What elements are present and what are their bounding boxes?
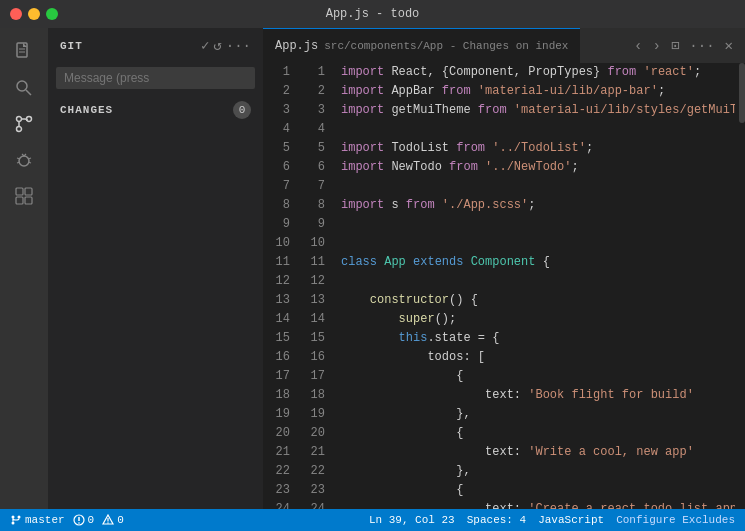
code-line: import getMuiTheme from 'material-ui/lib… xyxy=(341,101,735,120)
code-line: text: 'Write a cool, new app' xyxy=(341,443,735,462)
code-line: todos: [ xyxy=(341,348,735,367)
code-line: import TodoList from '../TodoList'; xyxy=(341,139,735,158)
commit-icon[interactable]: ✓ xyxy=(201,37,209,54)
code-line: { xyxy=(341,367,735,386)
search-icon[interactable] xyxy=(8,72,40,104)
code-line: class App extends Component { xyxy=(341,253,735,272)
svg-rect-17 xyxy=(25,197,32,204)
title-bar: App.js - todo xyxy=(0,0,745,28)
errors-status[interactable]: 0 xyxy=(73,514,95,526)
nav-back-icon[interactable]: ‹ xyxy=(630,36,646,56)
code-line xyxy=(341,120,735,139)
scrollbar-track[interactable] xyxy=(735,63,745,509)
line-gutter-left: 1234567891011121314151617181920212223242… xyxy=(263,63,298,509)
code-line: constructor() { xyxy=(341,291,735,310)
more-icon[interactable]: ··· xyxy=(226,38,251,54)
spaces-indicator[interactable]: Spaces: 4 xyxy=(467,514,526,526)
close-editor-icon[interactable]: ✕ xyxy=(721,35,737,56)
files-icon[interactable] xyxy=(8,36,40,68)
svg-line-4 xyxy=(26,90,31,95)
editor-tab[interactable]: App.js src/components/App - Changes on i… xyxy=(263,28,580,63)
sidebar-git-title: GIT xyxy=(60,40,83,52)
svg-point-5 xyxy=(17,117,22,122)
code-line: text: 'Book flight for build' xyxy=(341,386,735,405)
sidebar-header: GIT ✓ ↺ ··· xyxy=(48,28,263,63)
code-line xyxy=(341,234,735,253)
tab-path: src/components/App - Changes on index xyxy=(324,40,568,52)
code-editor[interactable]: import React, {Component, PropTypes} fro… xyxy=(333,63,735,509)
nav-forward-icon[interactable]: › xyxy=(649,36,665,56)
changes-count-badge: 0 xyxy=(233,101,251,119)
svg-point-26 xyxy=(108,522,109,523)
svg-point-7 xyxy=(17,127,22,132)
tab-nav-controls: ‹ › ⊡ ··· ✕ xyxy=(622,28,745,63)
status-left: master 0 0 xyxy=(10,514,124,526)
svg-point-19 xyxy=(18,516,21,519)
scrollbar-thumb[interactable] xyxy=(739,63,745,123)
svg-rect-0 xyxy=(17,43,27,57)
language-mode[interactable]: JavaScript xyxy=(538,514,604,526)
changes-section[interactable]: CHANGES 0 xyxy=(48,97,263,123)
cursor-position[interactable]: Ln 39, Col 23 xyxy=(369,514,455,526)
code-line: import s from './App.scss'; xyxy=(341,196,735,215)
git-branch-status[interactable]: master xyxy=(10,514,65,526)
line-gutter-right: 1234567891011121314151617181920212223242… xyxy=(298,63,333,509)
svg-point-18 xyxy=(12,516,15,519)
minimize-button[interactable] xyxy=(28,8,40,20)
svg-rect-14 xyxy=(16,188,23,195)
changes-label: CHANGES xyxy=(60,104,113,116)
warnings-status[interactable]: 0 xyxy=(102,514,124,526)
main-layout: GIT ✓ ↺ ··· CHANGES 0 App.js src/compone… xyxy=(0,28,745,509)
svg-point-3 xyxy=(17,81,27,91)
close-button[interactable] xyxy=(10,8,22,20)
refresh-icon[interactable]: ↺ xyxy=(213,37,221,54)
tab-bar: App.js src/components/App - Changes on i… xyxy=(263,28,745,63)
svg-point-24 xyxy=(78,522,80,524)
git-icon[interactable] xyxy=(8,108,40,140)
svg-point-8 xyxy=(19,156,29,166)
code-line: }, xyxy=(341,405,735,424)
activity-bar xyxy=(0,28,48,509)
svg-rect-15 xyxy=(25,188,32,195)
code-line: import NewTodo from '../NewTodo'; xyxy=(341,158,735,177)
commit-message-input[interactable] xyxy=(56,67,255,89)
window-title: App.js - todo xyxy=(326,7,420,21)
sidebar-header-actions: ✓ ↺ ··· xyxy=(201,37,251,54)
status-bar: master 0 0 Ln 39, Col 23 Spaces: 4 JavaS… xyxy=(0,509,745,531)
code-line: { xyxy=(341,424,735,443)
more-editor-icon[interactable]: ··· xyxy=(685,36,718,56)
code-line: }, xyxy=(341,462,735,481)
code-line: text: 'Create a react todo list app' xyxy=(341,500,735,509)
debug-icon[interactable] xyxy=(8,144,40,176)
warnings-count: 0 xyxy=(117,514,124,526)
configure-excludes-link[interactable]: Configure Excludes xyxy=(616,514,735,526)
maximize-button[interactable] xyxy=(46,8,58,20)
code-line xyxy=(341,177,735,196)
sidebar: GIT ✓ ↺ ··· CHANGES 0 xyxy=(48,28,263,509)
code-line: super(); xyxy=(341,310,735,329)
errors-count: 0 xyxy=(88,514,95,526)
svg-rect-16 xyxy=(16,197,23,204)
code-line: import AppBar from 'material-ui/lib/app-… xyxy=(341,82,735,101)
editor-area: App.js src/components/App - Changes on i… xyxy=(263,28,745,509)
code-line: import React, {Component, PropTypes} fro… xyxy=(341,63,735,82)
status-right: Ln 39, Col 23 Spaces: 4 JavaScript Confi… xyxy=(369,514,735,526)
svg-point-20 xyxy=(12,522,15,525)
tab-filename: App.js xyxy=(275,39,318,53)
extensions-icon[interactable] xyxy=(8,180,40,212)
code-line xyxy=(341,272,735,291)
code-line: { xyxy=(341,481,735,500)
editor-content: 1234567891011121314151617181920212223242… xyxy=(263,63,745,509)
split-editor-icon[interactable]: ⊡ xyxy=(667,35,683,56)
window-controls xyxy=(10,8,58,20)
code-line: this.state = { xyxy=(341,329,735,348)
code-line xyxy=(341,215,735,234)
branch-name: master xyxy=(25,514,65,526)
